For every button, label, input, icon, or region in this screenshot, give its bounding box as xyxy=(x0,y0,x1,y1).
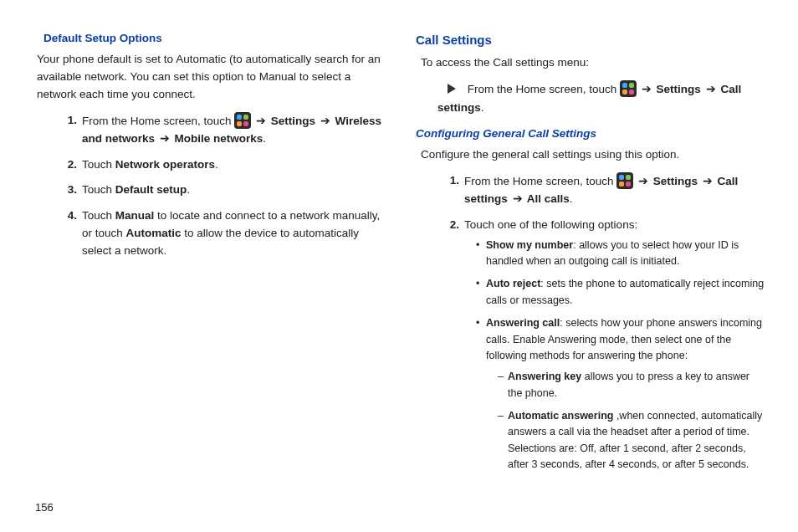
step-text: Touch Default setup. xyxy=(82,183,190,196)
intro-paragraph: Your phone default is set to Automatic (… xyxy=(37,51,382,104)
sub-intro: Configure the general call settings usin… xyxy=(421,146,765,164)
arrow-icon: ➔ xyxy=(158,132,171,145)
heading-call-settings: Call Settings xyxy=(416,30,765,49)
step-text: From the Home screen, touch ➔ Settings ➔… xyxy=(464,175,738,205)
step-2: 2. Touch Network operators. xyxy=(59,156,382,174)
steps-list: 1. From the Home screen, touch ➔ Setting… xyxy=(441,172,765,473)
options-list: Show my number: allows you to select how… xyxy=(476,238,765,473)
arrow-icon: ➔ xyxy=(254,115,268,127)
arrow-icon: ➔ xyxy=(704,83,718,95)
answering-sublist: Answering key allows you to press a key … xyxy=(498,369,765,473)
sub-automatic-answering: Automatic answering ,when connected, aut… xyxy=(498,408,765,473)
step-number: 3. xyxy=(59,182,77,199)
step-number: 2. xyxy=(59,156,77,174)
arrow-icon: ➔ xyxy=(640,83,653,95)
step-number: 2. xyxy=(441,217,459,234)
heading-default-setup: Default Setup Options xyxy=(43,30,382,48)
apps-grid-icon xyxy=(234,112,251,129)
right-column: Call Settings To access the Call setting… xyxy=(416,30,765,482)
step-number: 4. xyxy=(59,207,77,225)
steps-list: 1. From the Home screen, touch ➔ Setting… xyxy=(59,112,382,260)
arrow-icon: ➔ xyxy=(319,115,332,127)
apps-grid-icon xyxy=(620,80,637,97)
step-3: 3. Touch Default setup. xyxy=(59,182,382,199)
play-icon xyxy=(448,82,456,100)
step-text: Touch one of the following options: xyxy=(464,218,637,231)
step-text: Touch Network operators. xyxy=(82,158,218,171)
step-number: 1. xyxy=(441,172,459,190)
arrow-icon: ➔ xyxy=(701,175,714,187)
heading-configuring: Configuring General Call Settings xyxy=(416,125,765,143)
sub-answering-key: Answering key allows you to press a key … xyxy=(498,369,765,402)
option-show-my-number: Show my number: allows you to select how… xyxy=(476,238,765,270)
left-column: Default Setup Options Your phone default… xyxy=(33,30,382,482)
option-answering-call: Answering call: selects how your phone a… xyxy=(476,315,765,473)
page-number: 156 xyxy=(35,501,54,514)
document-page: Default Setup Options Your phone default… xyxy=(0,0,798,490)
single-step: From the Home screen, touch ➔ Settings ➔… xyxy=(437,80,765,117)
step-2: 2. Touch one of the following options: S… xyxy=(441,217,765,473)
step-1: 1. From the Home screen, touch ➔ Setting… xyxy=(441,172,765,208)
step-text: From the Home screen, touch ➔ Settings ➔… xyxy=(82,115,381,145)
step-text: Touch Manual to locate and connect to a … xyxy=(82,209,380,257)
option-auto-reject: Auto reject: sets the phone to automatic… xyxy=(476,276,765,309)
apps-grid-icon xyxy=(616,172,633,189)
step-1: 1. From the Home screen, touch ➔ Setting… xyxy=(59,112,382,148)
intro-paragraph: To access the Call settings menu: xyxy=(421,54,765,72)
step-number: 1. xyxy=(59,112,77,130)
arrow-icon: ➔ xyxy=(511,192,524,205)
step-4: 4. Touch Manual to locate and connect to… xyxy=(59,207,382,260)
arrow-icon: ➔ xyxy=(637,175,650,187)
